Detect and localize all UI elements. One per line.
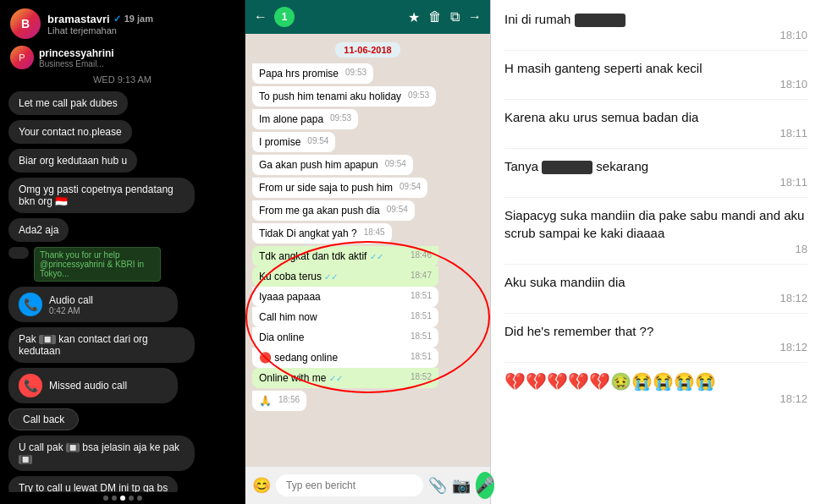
sub-avatar: P: [10, 46, 34, 69]
wa-bubble: Im alone papa 09:53: [252, 109, 358, 129]
msg-text: Did he's remember that ??: [504, 322, 807, 340]
msg-time: 18:10: [780, 29, 807, 41]
wa-header-icons: ★ 🗑 ⧉ →: [408, 9, 482, 25]
audio-call-bubble: 📞 Audio call 0:42 AM: [8, 287, 178, 322]
list-item: U call pak 🔲 bsa jelasin aja ke pak 🔲: [8, 436, 195, 471]
sub-username: princessyahrini: [39, 47, 114, 59]
dots-indicator: [0, 492, 245, 504]
list-item: Try to call u lewat DM ini tp ga bs: [8, 476, 178, 492]
dot-3: [120, 496, 125, 501]
msg-text: Aku suka mandiin dia: [504, 273, 807, 291]
list-item: Online with me ✓✓ 18:52: [252, 368, 438, 388]
list-item: 🙏 18:56: [252, 391, 306, 411]
list-item: To push him tenami aku holiday 09:53: [252, 86, 436, 107]
date-divider: 11-06-2018: [335, 42, 399, 58]
sub-user-row: P princessyahrini Business Email...: [0, 44, 245, 71]
list-item: Let me call pak dubes: [8, 91, 128, 115]
call-icon: 📞: [19, 293, 42, 316]
wa-bubble: From ur side saja to push him 09:54: [252, 178, 427, 198]
msg-text: Siapacyg suka mandiin dia pake sabu mand…: [504, 206, 807, 242]
wa-bubble: 🙏 18:56: [252, 391, 306, 411]
attach-icon[interactable]: 📎: [428, 476, 447, 495]
msg-divider: [504, 264, 807, 265]
back-arrow-icon[interactable]: ←: [254, 9, 267, 25]
sub-label: Business Email...: [39, 59, 114, 68]
msg-divider: [504, 197, 807, 198]
left-header-info: bramastavri ✓ 19 jam Lihat terjemahan: [47, 13, 234, 36]
message-input[interactable]: [276, 474, 423, 496]
translate-label: Lihat terjemahan: [47, 25, 117, 36]
call-back-button[interactable]: Call back: [8, 408, 79, 430]
list-item: Tanya sekarang 18:11: [504, 157, 807, 189]
copy-icon[interactable]: ⧉: [450, 9, 460, 25]
list-item: Iyaaa papaaa 18:51: [252, 287, 438, 307]
msg-divider: [504, 362, 807, 363]
thank-you-tag: Thank you for ur help @princessyahrini &…: [34, 247, 161, 282]
camera-icon[interactable]: 📷: [452, 476, 471, 495]
list-item: I promise 09:54: [252, 132, 335, 152]
msg-divider: [504, 50, 807, 51]
wa-header: ← 1 ★ 🗑 ⧉ →: [245, 0, 490, 34]
missed-call-bubble: 📞 Missed audio call: [8, 368, 178, 403]
avatar: B: [10, 8, 41, 39]
list-item: Did he's remember that ?? 18:12: [504, 322, 807, 353]
wa-bubble: Dia online 18:51: [252, 327, 438, 348]
blurred-name: [542, 161, 592, 174]
dot-5: [137, 496, 142, 501]
list-item: Im alone papa 09:53: [252, 109, 358, 129]
missed-call-icon: 📞: [19, 374, 42, 397]
dot-4: [129, 496, 134, 501]
list-item: From ur side saja to push him 09:54: [252, 178, 427, 198]
time-ago: 19 jam: [124, 14, 153, 24]
msg-divider: [504, 148, 807, 149]
wa-chat-area: 11-06-2018 Papa hrs promise 09:53 To pus…: [245, 34, 490, 466]
left-messages: Let me call pak dubes Your contact no.pl…: [0, 88, 245, 492]
wa-count-badge: 1: [274, 7, 295, 27]
list-item: H masih ganteng seperti anak kecil 18:10: [504, 59, 807, 90]
delete-icon[interactable]: 🗑: [428, 9, 442, 25]
wa-bubble: Tidak Di angkat yah ? 18:45: [252, 223, 392, 244]
msg-text: Tanya sekarang: [504, 157, 807, 175]
wa-bubble: Papa hrs promise 09:53: [252, 63, 373, 84]
translate-link[interactable]: Lihat terjemahan: [47, 25, 234, 36]
emoji-row: 💔💔💔💔💔🤢😭😭😭😭: [504, 371, 807, 392]
list-item: Ada2 aja: [8, 218, 69, 242]
list-item: Siapacyg suka mandiin dia pake sabu mand…: [504, 206, 807, 255]
list-item: Ini di rumah 18:10: [504, 10, 807, 41]
list-item: Pak 🔲 kan contact dari org kedutaan: [8, 327, 195, 363]
list-item: Ku coba terus ✓✓ 18:47: [252, 266, 438, 287]
list-item: Call him now 18:51: [252, 307, 438, 327]
left-panel: B bramastavri ✓ 19 jam Lihat terjemahan …: [0, 0, 245, 504]
list-item: Papa hrs promise 09:53: [252, 63, 373, 84]
list-item: Aku suka mandiin dia 18:12: [504, 273, 807, 304]
list-item: Karena aku urus semua badan dia 18:11: [504, 108, 807, 140]
msg-time: 18: [796, 243, 807, 255]
wa-bubble: Call him now 18:51: [252, 307, 438, 327]
list-item: Dia online 18:51: [252, 327, 438, 348]
msg-time: 18:12: [780, 392, 807, 405]
username-text: bramastavri: [47, 13, 110, 25]
left-header: B bramastavri ✓ 19 jam Lihat terjemahan: [0, 0, 245, 44]
emoji-button[interactable]: 😊: [252, 476, 271, 495]
list-item: Tidak Di angkat yah ? 18:45: [252, 223, 392, 244]
list-item: From me ga akan push dia 09:54: [252, 200, 415, 221]
list-item: 🔴 sedang online 18:51: [252, 348, 438, 368]
verified-badge: ✓: [113, 14, 121, 25]
call-text: Audio call 0:42 AM: [49, 294, 93, 315]
missed-call-text: Missed audio call: [49, 380, 127, 392]
username-row: bramastavri ✓ 19 jam: [47, 13, 234, 25]
ada2-bubble: [8, 247, 29, 259]
forward-icon[interactable]: →: [468, 9, 482, 25]
msg-text: Ini di rumah: [504, 10, 807, 28]
mic-button[interactable]: 🎤: [476, 472, 494, 499]
center-panel: ← 1 ★ 🗑 ⧉ → 11-06-2018 Papa hrs promise …: [245, 0, 491, 504]
list-item: Tdk angkat dan tdk aktif ✓✓ 18:46: [252, 246, 438, 266]
wa-bubble: Tdk angkat dan tdk aktif ✓✓ 18:46: [252, 246, 438, 266]
msg-time: 18:12: [780, 292, 807, 304]
star-icon[interactable]: ★: [408, 9, 420, 25]
msg-time: 18:12: [780, 341, 807, 353]
wa-bubble: Iyaaa papaaa 18:51: [252, 287, 438, 307]
msg-divider: [504, 313, 807, 314]
msg-text: H masih ganteng seperti anak kecil: [504, 59, 807, 77]
wa-bubble: Online with me ✓✓ 18:52: [252, 368, 438, 388]
